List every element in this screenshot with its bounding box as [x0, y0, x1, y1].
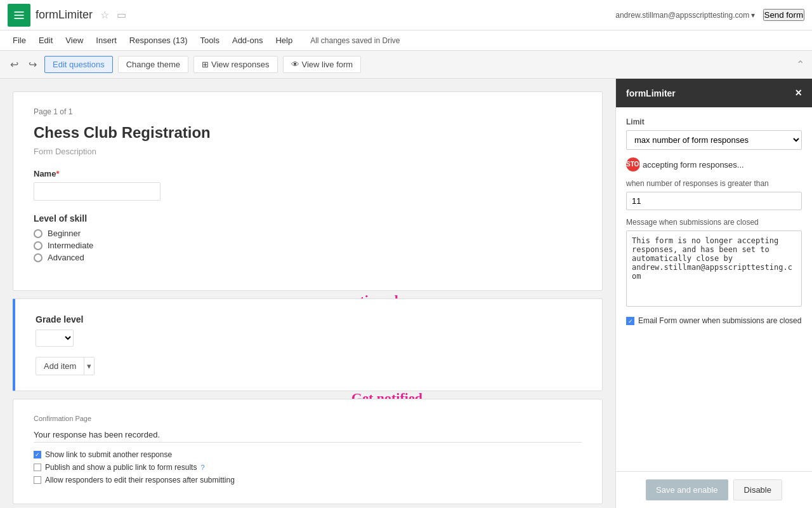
send-form-button[interactable]: Send form: [763, 9, 805, 21]
radio-intermediate[interactable]: Intermediate: [34, 241, 582, 250]
responses-label: when number of responses is greater than: [626, 179, 802, 188]
name-input[interactable]: [34, 182, 160, 201]
menu-responses[interactable]: Responses (13): [124, 33, 193, 48]
message-textarea[interactable]: This form is no longer accepting respons…: [626, 231, 802, 307]
required-star: *: [56, 169, 59, 178]
panel-header: formLimiter ×: [616, 79, 812, 107]
radio-circle-intermediate: [34, 241, 43, 250]
responses-input[interactable]: [626, 192, 802, 210]
disable-button[interactable]: Disable: [733, 479, 782, 500]
skill-field-block: Level of skill Beginner Intermediate Adv…: [34, 213, 582, 262]
main-layout: Limit tomaxnumberof responses Set custom…: [0, 79, 812, 508]
menu-help[interactable]: Help: [270, 33, 298, 48]
skill-label: Level of skill: [34, 213, 582, 224]
menu-addons[interactable]: Add-ons: [227, 33, 268, 48]
undo-button[interactable]: ↩: [8, 56, 21, 73]
grade-select[interactable]: [36, 330, 74, 347]
redo-button[interactable]: ↪: [26, 56, 39, 73]
svg-rect-1: [15, 15, 24, 16]
limit-select[interactable]: max number of form responses: [626, 130, 802, 150]
form-description[interactable]: Form Description: [34, 147, 582, 156]
toolbar-chevron-icon[interactable]: ⌃: [796, 58, 804, 70]
confirmation-card: Confirmation Page ✓ Show link to submit …: [13, 399, 603, 504]
app-icon[interactable]: [8, 4, 30, 27]
email-checkbox-label: Email Form owner when submissions are cl…: [638, 316, 801, 325]
checkbox-public-link[interactable]: Publish and show a public link to form r…: [34, 463, 582, 472]
checkbox-edit-responses-icon: [34, 476, 41, 484]
form-title[interactable]: Chess Club Registration: [34, 124, 582, 142]
toolbar: ↩ ↪ Edit questions Change theme ⊞ View r…: [0, 51, 812, 79]
checkbox-edit-responses[interactable]: Allow responders to edit their responses…: [34, 476, 582, 485]
saved-status: All changes saved in Drive: [310, 36, 400, 45]
form-editor: Limit tomaxnumberof responses Set custom…: [0, 79, 615, 508]
save-enable-button[interactable]: Save and enable: [646, 479, 728, 500]
radio-beginner[interactable]: Beginner: [34, 229, 582, 238]
help-icon[interactable]: ?: [200, 464, 204, 471]
right-panel: formLimiter × Limit max number of form r…: [615, 79, 812, 508]
panel-footer: Save and enable Disable: [616, 471, 812, 508]
table-icon: ⊞: [202, 60, 209, 69]
grade-level-card: Grade level Add item ▾: [13, 298, 603, 391]
checkbox-public-link-label: Publish and show a public link to form r…: [45, 463, 197, 472]
form-card: Page 1 of 1 Chess Club Registration Form…: [13, 91, 603, 291]
topbar-left: formLimiter ☆ ▭: [8, 4, 126, 27]
checkbox-public-link-icon: [34, 464, 41, 471]
change-theme-button[interactable]: Change theme: [118, 56, 188, 73]
menu-file[interactable]: File: [8, 33, 31, 48]
page-indicator: Page 1 of 1: [34, 107, 582, 116]
menu-bar: File Edit View Insert Responses (13) Too…: [0, 30, 812, 51]
view-responses-button[interactable]: ⊞ View responses: [193, 56, 278, 73]
radio-circle-advanced: [34, 253, 43, 262]
radio-label-intermediate: Intermediate: [48, 241, 93, 250]
topbar-right: andrew.stillman@appsscripttesting.com ▾ …: [615, 9, 804, 21]
checkbox-edit-responses-label: Allow responders to edit their responses…: [45, 476, 235, 485]
checkbox-submit-another-label: Show link to submit another response: [45, 450, 172, 459]
radio-label-beginner: Beginner: [48, 229, 81, 238]
confirmation-input[interactable]: [34, 427, 582, 443]
radio-circle-beginner: [34, 229, 43, 238]
panel-body: Limit max number of form responses STOP …: [616, 107, 812, 471]
message-label: Message when submissions are closed: [626, 218, 802, 227]
star-icon[interactable]: ☆: [100, 9, 109, 21]
name-label: Name*: [34, 169, 582, 178]
app-title: formLimiter: [36, 8, 93, 22]
checkbox-submit-another[interactable]: ✓ Show link to submit another response: [34, 450, 582, 459]
menu-tools[interactable]: Tools: [195, 33, 225, 48]
user-email[interactable]: andrew.stillman@appsscripttesting.com ▾: [615, 11, 755, 20]
email-checkbox-icon: ✓: [626, 317, 634, 325]
menu-view[interactable]: View: [60, 33, 88, 48]
checkbox-submit-another-icon: ✓: [34, 451, 41, 458]
menu-edit[interactable]: Edit: [34, 33, 58, 48]
name-field-block: Name*: [34, 169, 582, 201]
menu-insert[interactable]: Insert: [91, 33, 122, 48]
add-item-button[interactable]: Add item: [36, 357, 84, 375]
add-item-row: Add item ▾: [36, 357, 582, 375]
svg-rect-0: [15, 11, 24, 13]
view-live-form-button[interactable]: 👁 View live form: [283, 56, 362, 73]
radio-advanced[interactable]: Advanced: [34, 253, 582, 262]
confirmation-section-label: Confirmation Page: [34, 415, 582, 422]
folder-icon[interactable]: ▭: [117, 9, 126, 21]
limit-label: Limit: [626, 117, 802, 126]
radio-label-advanced: Advanced: [48, 253, 84, 262]
svg-rect-2: [15, 18, 24, 19]
add-item-dropdown-button[interactable]: ▾: [84, 357, 95, 375]
email-checkbox-row[interactable]: ✓ Email Form owner when submissions are …: [626, 316, 802, 325]
panel-close-button[interactable]: ×: [795, 86, 802, 100]
panel-title: formLimiter: [626, 88, 676, 98]
accepting-text: STOP accepting form responses...: [626, 157, 802, 171]
grade-label: Grade level: [36, 314, 582, 324]
stop-icon: STOP: [626, 157, 640, 171]
edit-questions-button[interactable]: Edit questions: [44, 56, 113, 73]
eye-icon: 👁: [291, 60, 299, 69]
top-bar: formLimiter ☆ ▭ andrew.stillman@appsscri…: [0, 0, 812, 30]
